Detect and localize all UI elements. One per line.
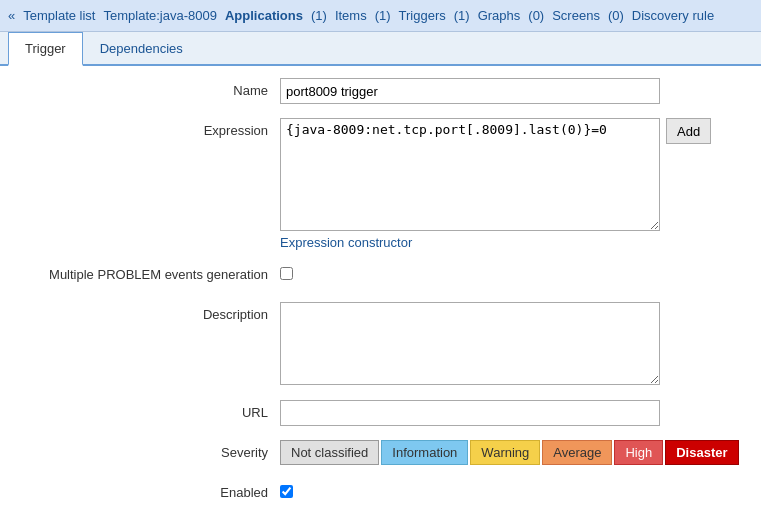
enabled-row: Enabled (0, 480, 761, 508)
name-label: Name (0, 78, 280, 98)
triggers-link[interactable]: Triggers (399, 8, 446, 23)
add-button[interactable]: Add (666, 118, 711, 144)
description-label: Description (0, 302, 280, 322)
url-label: URL (0, 400, 280, 420)
multiple-problem-label: Multiple PROBLEM events generation (0, 262, 280, 282)
severity-high[interactable]: High (614, 440, 663, 465)
graphs-count: (0) (528, 8, 544, 23)
screens-link[interactable]: Screens (552, 8, 600, 23)
graphs-link[interactable]: Graphs (478, 8, 521, 23)
items-count: (1) (375, 8, 391, 23)
url-row: URL (0, 400, 761, 428)
discovery-link[interactable]: Discovery rule (632, 8, 714, 23)
screens-count: (0) (608, 8, 624, 23)
applications-count: (1) (311, 8, 327, 23)
applications-link[interactable]: Applications (225, 8, 303, 23)
form-area: Name Expression {java-8009:net.tcp.port[… (0, 66, 761, 520)
multiple-problem-checkbox[interactable] (280, 267, 293, 280)
severity-average[interactable]: Average (542, 440, 612, 465)
expression-row: Expression {java-8009:net.tcp.port[.8009… (0, 118, 761, 250)
triggers-count: (1) (454, 8, 470, 23)
name-input[interactable] (280, 78, 660, 104)
severity-not-classified[interactable]: Not classified (280, 440, 379, 465)
items-link[interactable]: Items (335, 8, 367, 23)
name-control (280, 78, 761, 104)
tab-dependencies[interactable]: Dependencies (83, 32, 200, 64)
description-control (280, 302, 761, 388)
template-prefix: Template: (103, 8, 159, 23)
expression-textarea[interactable]: {java-8009:net.tcp.port[.8009].last(0)}=… (280, 118, 660, 231)
severity-buttons: Not classified Information Warning Avera… (280, 440, 761, 465)
expression-control: {java-8009:net.tcp.port[.8009].last(0)}=… (280, 118, 761, 250)
severity-label: Severity (0, 440, 280, 460)
url-control (280, 400, 761, 426)
enabled-checkbox[interactable] (280, 485, 293, 498)
name-row: Name (0, 78, 761, 106)
enabled-label: Enabled (0, 480, 280, 500)
tab-trigger[interactable]: Trigger (8, 32, 83, 66)
multiple-problem-control (280, 262, 761, 283)
severity-warning[interactable]: Warning (470, 440, 540, 465)
template-name-link[interactable]: java-8009 (160, 8, 217, 23)
template-list-link[interactable]: Template list (23, 8, 95, 23)
description-textarea[interactable] (280, 302, 660, 385)
tabs: Trigger Dependencies (0, 32, 761, 66)
severity-disaster[interactable]: Disaster (665, 440, 738, 465)
severity-information[interactable]: Information (381, 440, 468, 465)
top-nav: « Template list Template: java-8009 Appl… (0, 0, 761, 32)
expression-input-row: {java-8009:net.tcp.port[.8009].last(0)}=… (280, 118, 761, 231)
severity-control: Not classified Information Warning Avera… (280, 440, 761, 465)
multiple-problem-row: Multiple PROBLEM events generation (0, 262, 761, 290)
enabled-control (280, 480, 761, 498)
expression-label: Expression (0, 118, 280, 138)
severity-row: Severity Not classified Information Warn… (0, 440, 761, 468)
expression-constructor-link[interactable]: Expression constructor (280, 235, 761, 250)
back-link[interactable]: « (8, 8, 15, 23)
description-row: Description (0, 302, 761, 388)
url-input[interactable] (280, 400, 660, 426)
